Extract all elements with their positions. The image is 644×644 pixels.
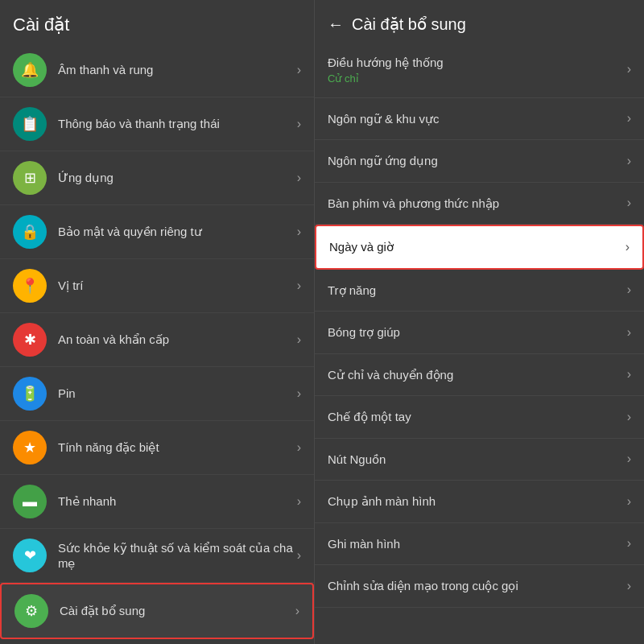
- security-icon: 🔒: [13, 215, 47, 249]
- right-item-navigation[interactable]: Điều hướng hệ thốngCử chỉ›: [315, 42, 644, 98]
- right-item-screen-record[interactable]: Ghi màn hình›: [315, 523, 644, 566]
- chevron-right-icon-screen-record: ›: [627, 536, 631, 551]
- special-icon: ★: [13, 431, 47, 464]
- chevron-right-icon-app-language: ›: [627, 154, 631, 168]
- chevron-right-icon-apps: ›: [297, 171, 301, 185]
- right-item-accessibility[interactable]: Trợ năng›: [315, 270, 644, 312]
- sidebar-item-quickcard[interactable]: ▬Thẻ nhanh›: [0, 475, 314, 529]
- sidebar-item-label-location: Vị trí: [58, 278, 294, 294]
- sidebar-item-apps[interactable]: ⊞Ứng dụng›: [0, 151, 314, 205]
- sidebar-item-label-health: Sức khỏe kỹ thuật số và kiểm soát của ch…: [58, 540, 294, 572]
- right-item-content-gesture: Cử chỉ và chuyển động: [328, 367, 624, 383]
- chevron-right-icon-datetime: ›: [625, 240, 630, 254]
- right-item-content-app-language: Ngôn ngữ ứng dụng: [328, 153, 624, 169]
- chevron-right-icon-safety: ›: [297, 332, 301, 347]
- sidebar-item-label-security: Bảo mật và quyền riêng tư: [58, 224, 294, 240]
- right-item-language-region[interactable]: Ngôn ngữ & khu vực›: [315, 98, 644, 141]
- sidebar-item-safety[interactable]: ✱An toàn và khẩn cấp›: [0, 313, 314, 367]
- sidebar-item-notification[interactable]: 📋Thông báo và thanh trạng thái›: [0, 97, 314, 151]
- right-item-content-screen-record: Ghi màn hình: [328, 536, 624, 552]
- right-item-gesture[interactable]: Cử chỉ và chuyển động›: [315, 354, 644, 397]
- location-icon: 📍: [13, 269, 47, 303]
- chevron-right-icon-quickcard: ›: [297, 494, 301, 509]
- sidebar-item-label-quickcard: Thẻ nhanh: [58, 493, 294, 510]
- sound-icon: 🔔: [13, 53, 47, 87]
- chevron-right-icon-keyboard: ›: [627, 196, 631, 210]
- chevron-right-icon-language-region: ›: [627, 111, 631, 126]
- right-item-content-assist-ball: Bóng trợ giúp: [328, 324, 624, 341]
- apps-icon: ⊞: [13, 161, 47, 195]
- right-item-caller-id[interactable]: Chỉnh sửa diện mạo trong cuộc gọi›: [315, 565, 644, 608]
- chevron-right-icon-screenshot: ›: [627, 494, 631, 509]
- right-item-label-assist-ball: Bóng trợ giúp: [328, 324, 624, 341]
- right-item-label-app-language: Ngôn ngữ ứng dụng: [328, 153, 624, 169]
- right-panel: ← Cài đặt bổ sung Điều hướng hệ thốngCử …: [314, 0, 644, 644]
- additional-icon: ⚙: [14, 594, 48, 628]
- chevron-right-icon-battery: ›: [297, 386, 301, 401]
- right-items-list: Điều hướng hệ thốngCử chỉ›Ngôn ngữ & khu…: [315, 42, 644, 644]
- right-item-label-language-region: Ngôn ngữ & khu vực: [328, 111, 624, 127]
- chevron-right-icon-one-hand: ›: [627, 410, 631, 424]
- sidebar-item-health[interactable]: ❤Sức khỏe kỹ thuật số và kiểm soát của c…: [0, 529, 314, 583]
- right-item-screenshot[interactable]: Chụp ảnh màn hình›: [315, 481, 644, 523]
- chevron-right-icon-power-button: ›: [627, 452, 631, 466]
- right-item-label-datetime: Ngày và giờ: [329, 239, 622, 255]
- right-header: ← Cài đặt bổ sung: [315, 0, 644, 42]
- right-item-label-navigation: Điều hướng hệ thống: [328, 55, 624, 71]
- sidebar-item-label-notification: Thông báo và thanh trạng thái: [58, 116, 294, 132]
- chevron-right-icon-assist-ball: ›: [627, 325, 631, 340]
- sidebar-item-special[interactable]: ★Tính năng đặc biệt›: [0, 421, 314, 475]
- sidebar-item-battery[interactable]: 🔋Pin›: [0, 367, 314, 421]
- right-item-label-one-hand: Chế độ một tay: [328, 409, 624, 425]
- quickcard-icon: ▬: [13, 485, 47, 518]
- right-item-power-button[interactable]: Nút Nguồn›: [315, 439, 644, 481]
- chevron-right-icon-accessibility: ›: [627, 283, 631, 297]
- chevron-right-icon-caller-id: ›: [627, 579, 631, 593]
- sidebar-item-label-special: Tính năng đặc biệt: [58, 440, 294, 456]
- health-icon: ❤: [13, 539, 47, 572]
- chevron-right-icon-special: ›: [297, 440, 301, 455]
- battery-icon: 🔋: [13, 377, 47, 411]
- chevron-right-icon-gesture: ›: [627, 367, 631, 382]
- sidebar-item-label-battery: Pin: [58, 386, 294, 402]
- right-item-content-keyboard: Bàn phím và phương thức nhập: [328, 196, 624, 212]
- chevron-right-icon-notification: ›: [297, 117, 301, 131]
- right-item-datetime[interactable]: Ngày và giờ›: [315, 225, 644, 270]
- back-arrow-icon[interactable]: ←: [328, 15, 344, 34]
- right-item-app-language[interactable]: Ngôn ngữ ứng dụng›: [315, 140, 644, 183]
- right-item-content-accessibility: Trợ năng: [328, 283, 624, 299]
- right-item-label-gesture: Cử chỉ và chuyển động: [328, 367, 624, 383]
- left-panel: Cài đặt 🔔Âm thanh và rung›📋Thông báo và …: [0, 0, 314, 644]
- sidebar-item-label-sound: Âm thanh và rung: [58, 62, 294, 78]
- left-header: Cài đặt: [0, 0, 314, 43]
- notification-icon: 📋: [13, 107, 47, 141]
- right-item-content-navigation: Điều hướng hệ thốngCử chỉ: [328, 55, 624, 85]
- right-item-label-caller-id: Chỉnh sửa diện mạo trong cuộc gọi: [328, 578, 624, 594]
- safety-icon: ✱: [13, 323, 47, 357]
- right-item-keyboard[interactable]: Bàn phím và phương thức nhập›: [315, 183, 644, 225]
- sidebar-item-label-safety: An toàn và khẩn cấp: [58, 332, 294, 348]
- right-item-label-accessibility: Trợ năng: [328, 283, 624, 299]
- right-item-assist-ball[interactable]: Bóng trợ giúp›: [315, 312, 644, 354]
- chevron-right-icon-sound: ›: [297, 63, 301, 77]
- chevron-right-icon-health: ›: [297, 548, 301, 563]
- chevron-right-icon-additional: ›: [295, 604, 299, 618]
- sidebar-item-security[interactable]: 🔒Bảo mật và quyền riêng tư›: [0, 205, 314, 259]
- sidebar-item-label-apps: Ứng dụng: [58, 170, 294, 186]
- sidebar-item-additional[interactable]: ⚙Cài đặt bổ sung›: [0, 583, 314, 639]
- right-item-content-caller-id: Chỉnh sửa diện mạo trong cuộc gọi: [328, 578, 624, 594]
- sidebar-item-sound[interactable]: 🔔Âm thanh và rung›: [0, 43, 314, 97]
- chevron-right-icon-navigation: ›: [627, 62, 631, 76]
- left-items-list: 🔔Âm thanh và rung›📋Thông báo và thanh tr…: [0, 43, 314, 644]
- chevron-right-icon-security: ›: [297, 225, 301, 239]
- right-header-title: Cài đặt bổ sung: [352, 14, 466, 34]
- right-item-content-screenshot: Chụp ảnh màn hình: [328, 493, 624, 510]
- right-item-content-power-button: Nút Nguồn: [328, 452, 624, 468]
- right-item-content-one-hand: Chế độ một tay: [328, 409, 624, 425]
- right-item-subtext-navigation: Cử chỉ: [328, 72, 624, 85]
- right-item-content-language-region: Ngôn ngữ & khu vực: [328, 111, 624, 127]
- right-item-label-screenshot: Chụp ảnh màn hình: [328, 493, 624, 510]
- right-item-label-keyboard: Bàn phím và phương thức nhập: [328, 196, 624, 212]
- sidebar-item-location[interactable]: 📍Vị trí›: [0, 259, 314, 313]
- right-item-one-hand[interactable]: Chế độ một tay›: [315, 396, 644, 439]
